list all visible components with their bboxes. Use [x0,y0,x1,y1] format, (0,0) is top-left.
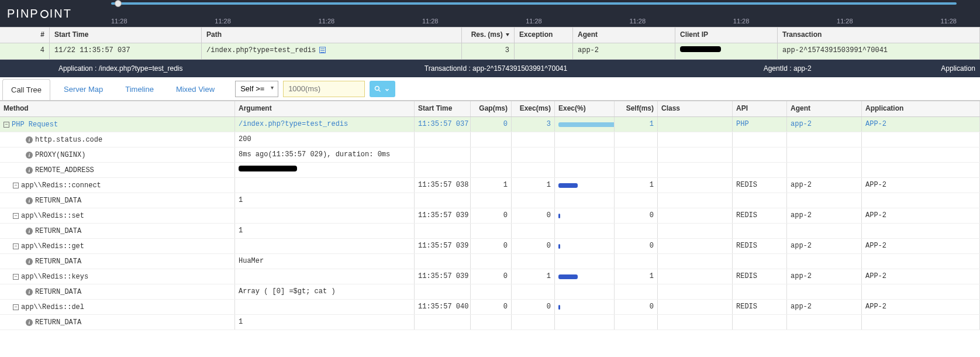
exec-bar-icon [558,274,578,279]
search-button[interactable] [370,81,395,97]
col-start-time[interactable]: Start Time [50,28,202,43]
cell-exec [512,254,555,269]
cell-self: 0 [615,208,658,223]
cell-method: i PROXY(NGINX) [0,147,235,162]
col-number[interactable]: # [0,28,50,43]
cell-self: 0 [615,239,658,253]
tree-row[interactable]: i RETURN_DATAHuaMer [0,254,980,269]
self-filter-select[interactable]: Self >= [235,81,278,97]
cell-exec-pct [555,315,615,329]
tree-row[interactable]: − app\\Redis::get11:35:57 039000REDISapp… [0,239,980,254]
th-method[interactable]: Method [0,101,235,116]
th-argument[interactable]: Argument [235,101,415,116]
row-client-ip [675,43,778,59]
cell-argument [235,300,415,314]
exec-bar-icon [558,214,560,218]
tree-row[interactable]: i PROXY(NGINX)8ms ago(11:35:57 029), dur… [0,147,980,163]
tree-row[interactable]: − app\\Redis::del11:35:57 040000REDISapp… [0,300,980,315]
cell-argument: 1 [235,224,415,238]
cell-api [733,254,787,269]
tree-row[interactable]: i RETURN_DATAArray ( [0] =$gt; cat ) [0,284,980,300]
tree-row[interactable]: − app\\Redis::keys11:35:57 039011REDISap… [0,269,980,284]
col-agent[interactable]: Agent [573,28,675,43]
timeline-tick: 11:28 [733,18,750,25]
cell-class [658,117,733,132]
tabs-row: Call Tree Server Map Timeline Mixed View… [0,77,980,101]
tree-header: Method Argument Start Time Gap(ms) Exec(… [0,101,980,117]
tree-row[interactable]: i RETURN_DATA1 [0,224,980,239]
cell-class [658,178,733,193]
collapse-icon[interactable]: − [13,274,19,280]
cell-argument: HuaMer [235,254,415,269]
th-self[interactable]: Self(ms) [615,101,658,116]
self-ms-input[interactable] [283,81,365,97]
timeline-tick: 11:28 [319,18,335,25]
tree-row[interactable]: i RETURN_DATA1 [0,193,980,208]
cell-application [862,132,980,147]
method-label: RETURN_DATA [35,197,81,205]
cell-api: REDIS [733,300,787,314]
th-class[interactable]: Class [658,101,733,116]
cell-application: APP-2 [862,269,980,284]
collapse-icon[interactable]: − [13,213,19,219]
cell-application [862,315,980,329]
cell-method: i http.status.code [0,132,235,147]
cell-agent: app-2 [787,239,862,253]
timeline-tick: 11:28 [526,18,542,25]
tab-call-tree[interactable]: Call Tree [2,79,50,100]
th-agent[interactable]: Agent [787,101,862,116]
tab-server-map[interactable]: Server Map [55,78,112,99]
method-label: app\\Redis::get [21,242,84,250]
tab-mixed-view[interactable]: Mixed View [167,78,223,99]
tree-row[interactable]: − PHP Request/index.php?type=test_redis1… [0,117,980,132]
tab-timeline[interactable]: Timeline [116,78,163,99]
tree-row[interactable]: − app\\Redis::set11:35:57 039000REDISapp… [0,208,980,224]
cell-gap: 0 [471,239,512,253]
cell-application: APP-2 [862,117,980,132]
tree-row[interactable]: − app\\Redis::connect11:35:57 038111REDI… [0,178,980,193]
th-exec-pct[interactable]: Exec(%) [555,101,615,116]
cell-start-time [415,254,471,269]
collapse-icon[interactable]: − [13,243,19,249]
col-client-ip[interactable]: Client IP [675,28,778,43]
cell-start-time [415,193,471,208]
transaction-row[interactable]: 4 11/22 11:35:57 037 /index.php?type=tes… [0,43,980,60]
grid-header: # Start Time Path Res. (ms) Exception Ag… [0,27,980,43]
cell-exec-pct [555,224,615,238]
tree-row[interactable]: i http.status.code200 [0,132,980,147]
col-path[interactable]: Path [202,28,462,43]
th-application[interactable]: Application [862,101,980,116]
cell-agent [787,163,862,177]
th-gap[interactable]: Gap(ms) [471,101,512,116]
col-exception[interactable]: Exception [515,28,573,43]
method-label: RETURN_DATA [35,318,81,327]
topbar: PINPINT 11:2811:2811:2811:2811:2811:2811… [0,0,980,27]
cell-application [862,163,980,177]
cell-application [862,284,980,299]
cell-self [615,254,658,269]
cell-self [615,147,658,162]
timeline-tick: 11:28 [215,18,231,25]
col-res-ms[interactable]: Res. (ms) [462,28,515,43]
timeline[interactable]: 11:2811:2811:2811:2811:2811:2811:2811:28… [88,0,980,27]
cell-start-time [415,132,471,147]
collapse-icon[interactable]: − [13,183,19,188]
collapse-icon[interactable]: − [4,122,9,128]
method-label: RETURN_DATA [35,258,81,266]
cell-start-time [415,315,471,329]
cell-agent [787,315,862,329]
tree-row[interactable]: i RETURN_DATA1 [0,315,980,330]
collapse-icon[interactable]: − [13,304,19,310]
th-start-time[interactable]: Start Time [415,101,471,116]
col-transaction[interactable]: Transaction [778,28,980,43]
tree-row[interactable]: i REMOTE_ADDRESS [0,163,980,178]
row-transaction: app-2^1574391503991^70041 [778,43,980,59]
cell-exec: 3 [512,117,555,132]
th-api[interactable]: API [733,101,787,116]
detail-icon[interactable] [319,47,326,53]
cell-agent [787,254,862,269]
th-exec[interactable]: Exec(ms) [512,101,555,116]
cell-exec-pct [555,132,615,147]
timeline-thumb-icon[interactable] [115,0,122,7]
cell-application: APP-2 [862,239,980,253]
